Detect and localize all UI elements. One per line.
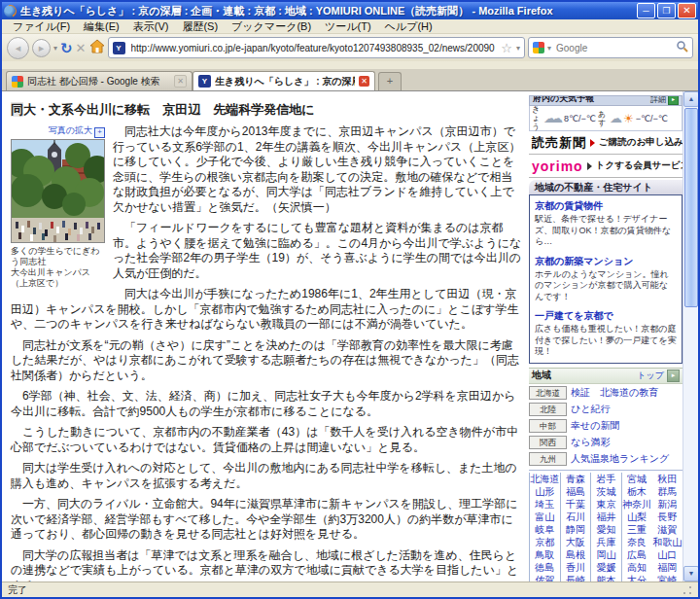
history-dropdown-icon[interactable]: ▾ <box>53 44 57 53</box>
region-feature-link[interactable]: 検証 北海道の教育 <box>571 386 658 400</box>
new-tab-button[interactable]: + <box>378 72 402 90</box>
scroll-down-icon[interactable]: ▼ <box>683 566 698 581</box>
prefecture-link[interactable]: 長崎 <box>560 574 591 582</box>
prefecture-link[interactable]: 千葉 <box>560 498 591 511</box>
subscribe-link[interactable]: ご購読のお申し込み <box>599 136 683 149</box>
prefecture-link[interactable]: 福井 <box>590 511 621 523</box>
vertical-scrollbar[interactable]: ▲ ▼ <box>682 91 698 581</box>
prefecture-link[interactable]: 徳島 <box>529 561 560 574</box>
prefecture-link[interactable]: 島根 <box>560 548 591 561</box>
prefecture-link[interactable]: 栃木 <box>621 485 652 498</box>
prefecture-link[interactable]: 香川 <box>560 561 591 574</box>
yomiuri-subscribe-banner[interactable]: 読売新聞 ご購読のお申し込み <box>529 131 682 155</box>
ad-item[interactable]: 京都の賃貸物件 駅近、条件で探せる！デザイナーズ、間取りOK！京都の賃貸物件なら… <box>535 199 677 248</box>
prefecture-link[interactable]: 山形 <box>529 485 560 498</box>
prefecture-link[interactable]: 宮崎 <box>651 574 682 582</box>
prefecture-link[interactable]: 岐阜 <box>529 523 560 536</box>
prefecture-link[interactable]: 茨城 <box>590 485 621 498</box>
weather-detail-link[interactable]: 詳細▸ <box>650 95 679 105</box>
prefecture-link[interactable]: 群馬 <box>651 485 682 498</box>
prefecture-link[interactable]: 大阪 <box>560 536 591 548</box>
url-dropdown-icon[interactable]: ▾ <box>516 44 520 53</box>
magnifier-icon[interactable] <box>676 39 688 56</box>
region-feature-link[interactable]: ひと紀行 <box>571 403 610 416</box>
minimize-button[interactable]: ─ <box>637 3 655 18</box>
prefecture-link[interactable]: 愛知 <box>590 523 621 536</box>
search-box[interactable]: ▾ <box>528 37 693 58</box>
menu-item[interactable]: ブックマーク(B) <box>225 19 318 34</box>
menu-item[interactable]: 履歴(S) <box>175 19 225 34</box>
prefecture-link[interactable]: 和歌山 <box>651 536 682 548</box>
back-button[interactable]: ◂ <box>7 37 29 59</box>
prefecture-link[interactable]: 福島 <box>560 485 591 498</box>
weather-detail-icon[interactable]: ▸ <box>668 95 679 105</box>
stop-icon[interactable]: ✕ <box>76 42 87 54</box>
prefecture-link[interactable]: 静岡 <box>560 523 591 536</box>
yorimo-link[interactable]: トクする会員サービス <box>596 159 690 172</box>
close-button[interactable]: ✕ <box>678 3 696 18</box>
region-feature-link[interactable]: 幸せの新聞 <box>571 419 619 433</box>
region-feature-link[interactable]: 人気温泉地ランキング <box>571 452 669 466</box>
region-feature-link[interactable]: なら満彩 <box>571 436 610 449</box>
ad-title-link[interactable]: 京都の賃貸物件 <box>535 199 677 213</box>
prefecture-link[interactable]: 愛媛 <box>590 561 621 574</box>
yorimo-banner[interactable]: yorimo トクする会員サービス <box>529 155 682 178</box>
prefecture-link[interactable]: 大分 <box>621 574 652 582</box>
prefecture-link[interactable]: 滋賀 <box>651 523 682 536</box>
prefecture-link[interactable]: 長野 <box>651 511 682 523</box>
prefecture-link[interactable]: 福岡 <box>651 561 682 574</box>
search-engine-dropdown-icon[interactable]: ▾ <box>547 44 551 53</box>
url-bar[interactable]: Y ☆ ▾ <box>108 37 526 58</box>
scrollbar-thumb[interactable] <box>684 108 698 307</box>
menu-item[interactable]: ヘルプ(H) <box>378 19 439 34</box>
prefecture-link[interactable]: 宮城 <box>621 473 652 485</box>
menu-item[interactable]: 表示(V) <box>126 19 176 34</box>
prefecture-link[interactable]: 奈良 <box>621 536 652 548</box>
region-top-link[interactable]: トップ▸ <box>637 370 680 382</box>
prefecture-link[interactable]: 佐賀 <box>529 574 560 582</box>
prefecture-link[interactable]: 岩手 <box>590 473 621 485</box>
prefecture-link[interactable]: 埼玉 <box>529 498 560 511</box>
tab-google-search[interactable]: 同志社 都心回帰 - Google 検索 ✕ <box>6 71 192 90</box>
prefecture-link[interactable]: 秋田 <box>651 473 682 485</box>
prefecture-link[interactable]: 新潟 <box>651 498 682 511</box>
prefecture-link[interactable]: 神奈川 <box>621 498 652 511</box>
menu-item[interactable]: 編集(E) <box>77 19 126 34</box>
forward-button[interactable]: ▸ <box>32 39 51 57</box>
prefecture-link[interactable]: 富山 <box>529 511 560 523</box>
menu-item[interactable]: ファイル(F) <box>6 19 77 34</box>
prefecture-link[interactable]: 石川 <box>560 511 591 523</box>
tab-yomiuri-article[interactable]: Y 生き残りへ「らしさ」 : 京の深層 : 企... ✕ <box>192 71 375 90</box>
scroll-up-icon[interactable]: ▲ <box>683 91 698 107</box>
prefecture-link[interactable]: 鳥取 <box>529 548 560 561</box>
search-input[interactable] <box>554 42 673 54</box>
prefecture-link[interactable]: 東京 <box>590 498 621 511</box>
tab-close-icon[interactable]: ✕ <box>174 75 187 88</box>
ad-title-link[interactable]: 一戸建てを京都で <box>535 309 677 323</box>
region-top-icon[interactable]: ▸ <box>667 370 680 382</box>
prefecture-link[interactable]: 北海道 <box>529 473 560 485</box>
resize-grip[interactable] <box>682 585 692 595</box>
prefecture-link[interactable]: 山梨 <box>621 511 652 523</box>
bookmark-star-icon[interactable]: ☆ <box>501 41 512 55</box>
prefecture-link[interactable]: 京都 <box>529 536 560 548</box>
prefecture-link[interactable]: 兵庫 <box>590 536 621 548</box>
prefecture-link[interactable]: 三重 <box>621 523 652 536</box>
prefecture-link[interactable]: 広島 <box>621 548 652 561</box>
maximize-button[interactable]: ❐ <box>657 3 676 18</box>
menu-item[interactable]: ツール(T) <box>318 19 378 34</box>
photo-zoom-link[interactable]: 写真の拡大+ <box>11 124 105 138</box>
prefecture-link[interactable]: 高知 <box>621 561 652 574</box>
title-bar[interactable]: 生き残りへ「らしさ」 : 京の深層 : 企画・連載 : 京都 : 地域 : YO… <box>2 2 698 19</box>
prefecture-link[interactable]: 熊本 <box>590 574 621 582</box>
prefecture-link[interactable]: 青森 <box>560 473 591 485</box>
prefecture-link[interactable]: 山口 <box>651 548 682 561</box>
home-icon[interactable] <box>89 39 105 57</box>
tab-close-icon[interactable]: ✕ <box>359 76 369 87</box>
reload-icon[interactable]: ↻ <box>60 41 73 55</box>
ad-item[interactable]: 一戸建てを京都で 広さも価格も重視したい！京都の庭付きで探したい！夢の一戸建てを… <box>535 309 677 358</box>
prefecture-link[interactable]: 岡山 <box>590 548 621 561</box>
ad-item[interactable]: 京都の新築マンション ホテルのようなマンション。憧れのマンションが京都で購入可能… <box>535 255 677 303</box>
ad-title-link[interactable]: 京都の新築マンション <box>535 255 677 268</box>
url-input[interactable] <box>129 42 498 54</box>
